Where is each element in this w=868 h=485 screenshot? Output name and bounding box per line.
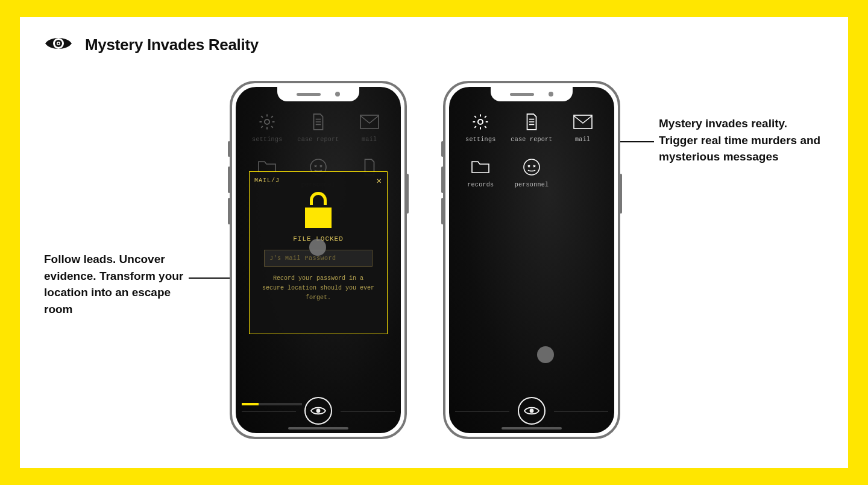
svg-point-3 bbox=[58, 43, 60, 45]
app-grid: settings case report mail records person… bbox=[449, 111, 614, 188]
svg-point-8 bbox=[478, 119, 483, 124]
eye-button[interactable] bbox=[304, 397, 332, 425]
folder-icon bbox=[468, 156, 492, 178]
app-label: case report bbox=[297, 136, 339, 143]
left-caption: Follow leads. Uncover evidence. Transfor… bbox=[44, 251, 201, 317]
gear-icon bbox=[255, 111, 279, 133]
eye-button[interactable] bbox=[518, 397, 546, 425]
svg-rect-5 bbox=[360, 115, 379, 128]
app-label: personnel bbox=[515, 182, 549, 188]
app-settings[interactable]: settings bbox=[243, 111, 291, 143]
phone-left: settings case report mail records person… bbox=[230, 81, 407, 439]
svg-rect-9 bbox=[574, 115, 592, 128]
slide-title: Mystery Invades Reality bbox=[85, 36, 259, 54]
phone-right: settings case report mail records person… bbox=[443, 81, 620, 439]
app-label: case report bbox=[511, 136, 552, 143]
app-settings[interactable]: settings bbox=[456, 111, 505, 143]
modal-title: MAIL/J bbox=[254, 177, 280, 184]
right-caption: Mystery invades reality. Trigger real ti… bbox=[659, 115, 828, 165]
lock-icon bbox=[250, 192, 387, 228]
envelope-icon bbox=[571, 111, 595, 133]
bottom-nav bbox=[236, 397, 401, 425]
document-icon bbox=[520, 111, 544, 133]
document-icon bbox=[306, 111, 330, 133]
touch-indicator bbox=[309, 239, 326, 256]
eye-logo-icon bbox=[44, 35, 73, 54]
svg-point-7 bbox=[316, 409, 321, 413]
app-case-report[interactable]: case report bbox=[294, 111, 342, 143]
touch-indicator bbox=[537, 346, 554, 363]
app-personnel[interactable]: personnel bbox=[508, 156, 556, 188]
envelope-icon bbox=[357, 111, 382, 133]
phone-notch bbox=[277, 87, 359, 101]
progress-bar bbox=[242, 403, 302, 405]
slide-header: Mystery Invades Reality bbox=[44, 35, 259, 54]
password-hint: Record your password in a secure locatio… bbox=[261, 274, 376, 303]
home-indicator bbox=[502, 427, 562, 430]
gear-icon bbox=[468, 111, 492, 133]
slide-canvas: Mystery Invades Reality Follow leads. Un… bbox=[20, 17, 848, 468]
app-records[interactable]: records bbox=[456, 156, 505, 188]
app-mail[interactable]: mail bbox=[559, 111, 607, 143]
svg-point-11 bbox=[530, 409, 534, 413]
app-label: mail bbox=[362, 136, 377, 143]
app-mail[interactable]: mail bbox=[345, 111, 394, 143]
home-indicator bbox=[288, 427, 348, 430]
app-label: mail bbox=[575, 136, 590, 143]
svg-point-4 bbox=[265, 119, 269, 124]
phone-notch bbox=[491, 87, 573, 101]
app-label: settings bbox=[465, 136, 495, 143]
face-icon bbox=[520, 156, 544, 178]
app-label: records bbox=[467, 182, 494, 188]
close-icon[interactable]: ✕ bbox=[377, 176, 382, 186]
phone-right-screen: settings case report mail records person… bbox=[449, 87, 614, 433]
bottom-nav bbox=[449, 397, 614, 425]
app-label: settings bbox=[252, 136, 282, 143]
svg-point-10 bbox=[524, 159, 539, 175]
phone-left-screen: settings case report mail records person… bbox=[236, 87, 401, 433]
app-case-report[interactable]: case report bbox=[508, 111, 556, 143]
